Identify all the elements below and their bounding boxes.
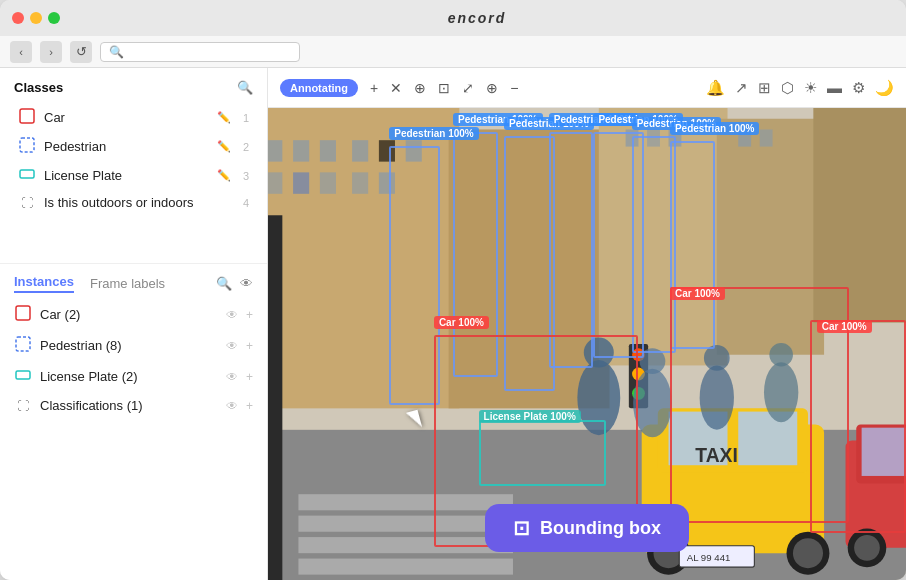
instance-license-plate-add-icon[interactable]: + [246, 370, 253, 384]
class-item-license-plate[interactable]: License Plate ✏️ 3 [14, 161, 253, 190]
address-bar[interactable]: 🔍 [100, 42, 300, 62]
main-area: Annotating + ✕ ⊕ ⊡ ⤢ ⊕ − 🔔 ↗ ⊞ ⬡ ☀ ▬ [268, 68, 906, 580]
refresh-button[interactable]: ↺ [70, 41, 92, 63]
class-item-classification[interactable]: ⛶ Is this outdoors or indoors 4 [14, 190, 253, 215]
classification-class-label: Is this outdoors or indoors [44, 195, 227, 210]
settings-icon[interactable]: ⚙ [852, 79, 865, 97]
label-pedestrian-7: Pedestrian 100% [670, 122, 760, 135]
minimize-button[interactable] [30, 12, 42, 24]
instance-pedestrian-actions: 👁 + [226, 339, 253, 353]
forward-button[interactable]: › [40, 41, 62, 63]
instance-classifications-eye-icon[interactable]: 👁 [226, 399, 238, 413]
circle-tool-icon[interactable]: ⊕ [412, 78, 428, 98]
svg-rect-21 [352, 172, 368, 193]
license-plate-edit-icon[interactable]: ✏️ [217, 169, 231, 182]
classification-class-icon: ⛶ [18, 196, 36, 210]
add-tool-icon[interactable]: + [368, 78, 380, 98]
instance-row-pedestrian[interactable]: Pedestrian (8) 👁 + [0, 330, 267, 361]
instance-license-plate-eye-icon[interactable]: 👁 [226, 370, 238, 384]
instances-tab[interactable]: Instances [14, 274, 74, 293]
svg-rect-18 [352, 140, 368, 161]
expand-tool-icon[interactable]: ⤢ [460, 78, 476, 98]
license-plate-class-actions: ✏️ 3 [217, 169, 249, 182]
class-item-pedestrian[interactable]: Pedestrian ✏️ 2 [14, 132, 253, 161]
instances-eye-icon[interactable]: 👁 [240, 276, 253, 291]
cross-tool-icon[interactable]: ✕ [388, 78, 404, 98]
label-pedestrian-1: Pedestrian 100% [389, 127, 479, 140]
box-tool-icon[interactable]: ⊡ [436, 78, 452, 98]
instance-classifications-add-icon[interactable]: + [246, 399, 253, 413]
license-plate-class-icon [18, 166, 36, 185]
svg-text:AL 99 441: AL 99 441 [687, 552, 731, 563]
grid-icon[interactable]: ⊞ [758, 79, 771, 97]
instance-row-car[interactable]: Car (2) 👁 + [0, 299, 267, 330]
moon-icon[interactable]: 🌙 [875, 79, 894, 97]
classes-section: Classes 🔍 Car ✏️ 1 [0, 68, 267, 223]
brand-logo: encord [448, 10, 507, 26]
label-car-3: Car 100% [817, 320, 872, 333]
car-edit-icon[interactable]: ✏️ [217, 111, 231, 124]
toolbar-icons: + ✕ ⊕ ⊡ ⤢ ⊕ − [368, 78, 696, 98]
pedestrian-class-label: Pedestrian [44, 139, 209, 154]
annotation-box-pedestrian-4 [549, 132, 594, 368]
instance-pedestrian-icon [14, 336, 32, 355]
contrast-icon[interactable]: ▬ [827, 79, 842, 96]
svg-rect-3 [16, 306, 30, 320]
brightness-icon[interactable]: ☀ [804, 79, 817, 97]
back-button[interactable]: ‹ [10, 41, 32, 63]
classes-header: Classes 🔍 [14, 80, 253, 95]
svg-point-41 [793, 538, 823, 568]
instance-pedestrian-eye-icon[interactable]: 👁 [226, 339, 238, 353]
maximize-button[interactable] [48, 12, 60, 24]
main-toolbar: Annotating + ✕ ⊕ ⊡ ⤢ ⊕ − 🔔 ↗ ⊞ ⬡ ☀ ▬ [268, 68, 906, 108]
svg-rect-14 [320, 140, 336, 161]
bounding-box-tooltip: ⊡ Bounding box [485, 504, 689, 552]
svg-rect-48 [268, 215, 282, 580]
search-placeholder: 🔍 [109, 45, 124, 59]
svg-point-47 [854, 535, 880, 561]
car-class-num: 1 [235, 112, 249, 124]
instance-row-classifications[interactable]: ⛶ Classifications (1) 👁 + [0, 392, 267, 419]
instances-header: Instances Frame labels 🔍 👁 [0, 263, 267, 299]
svg-rect-4 [16, 337, 30, 351]
instance-classifications-label: Classifications (1) [40, 398, 218, 413]
license-plate-class-label: License Plate [44, 168, 209, 183]
svg-rect-17 [320, 172, 336, 193]
export-icon[interactable]: ⬡ [781, 79, 794, 97]
instance-pedestrian-add-icon[interactable]: + [246, 339, 253, 353]
instance-car-actions: 👁 + [226, 308, 253, 322]
frame-labels-tab[interactable]: Frame labels [90, 276, 165, 291]
classes-search-icon[interactable]: 🔍 [237, 80, 253, 95]
class-item-car[interactable]: Car ✏️ 1 [14, 103, 253, 132]
pedestrian-edit-icon[interactable]: ✏️ [217, 140, 231, 153]
instance-classifications-actions: 👁 + [226, 399, 253, 413]
pedestrian-class-actions: ✏️ 2 [217, 140, 249, 153]
svg-rect-27 [760, 129, 773, 146]
browser-window: encord ‹ › ↺ 🔍 Classes 🔍 [0, 0, 906, 580]
instance-row-license-plate[interactable]: License Plate (2) 👁 + [0, 361, 267, 392]
instances-search-icon[interactable]: 🔍 [216, 276, 232, 291]
instance-car-add-icon[interactable]: + [246, 308, 253, 322]
car-class-icon [18, 108, 36, 127]
toolbar-right: 🔔 ↗ ⊞ ⬡ ☀ ▬ ⚙ 🌙 [706, 79, 894, 97]
bounding-box-icon: ⊡ [513, 516, 530, 540]
instance-pedestrian-label: Pedestrian (8) [40, 338, 218, 353]
annotating-badge: Annotating [280, 79, 358, 97]
instances-icons: 🔍 👁 [216, 276, 253, 291]
svg-rect-12 [268, 140, 282, 161]
traffic-lights [12, 12, 60, 24]
label-license-plate: License Plate 100% [479, 410, 581, 423]
classes-title: Classes [14, 80, 63, 95]
svg-rect-32 [298, 559, 513, 575]
instance-car-icon [14, 305, 32, 324]
zoom-out-icon[interactable]: − [508, 78, 520, 98]
classification-class-num: 4 [235, 197, 249, 209]
zoom-in-icon[interactable]: ⊕ [484, 78, 500, 98]
instance-car-eye-icon[interactable]: 👁 [226, 308, 238, 322]
share-icon[interactable]: ↗ [735, 79, 748, 97]
car-class-label: Car [44, 110, 209, 125]
instance-license-plate-icon [14, 367, 32, 386]
title-bar: encord [0, 0, 906, 36]
bell-icon[interactable]: 🔔 [706, 79, 725, 97]
close-button[interactable] [12, 12, 24, 24]
